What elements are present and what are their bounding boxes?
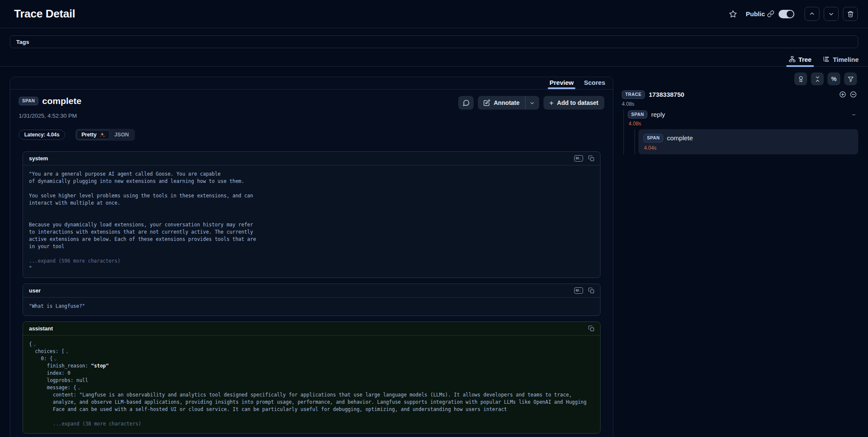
pretty-label: Pretty xyxy=(81,132,96,138)
copy-button[interactable] xyxy=(586,324,596,333)
markdown-icon: M↓ xyxy=(574,287,583,294)
add-to-dataset-button[interactable]: + Add to dataset xyxy=(543,96,604,110)
tab-scores[interactable]: Scores xyxy=(584,79,605,89)
tags-editor[interactable]: Tags xyxy=(10,35,858,48)
expand-link[interactable]: ...expand (596 more characters) xyxy=(29,258,594,265)
span-node-row-complete-selected[interactable]: SPAN complete 4.04s xyxy=(638,129,858,154)
format-toggle: Pretty JSON xyxy=(75,129,135,141)
collapse-all-button[interactable] xyxy=(811,72,824,85)
tab-timeline-label: Timeline xyxy=(833,56,859,63)
comment-button[interactable] xyxy=(458,96,474,110)
json-line: choices: [⌄ xyxy=(29,348,594,355)
chevron-up-icon xyxy=(809,11,815,17)
tabs-divider xyxy=(0,66,868,67)
chevron-down-icon[interactable]: ⌄ xyxy=(78,385,80,391)
span-type-badge: SPAN xyxy=(644,134,663,142)
system-message-content: "You are a general purpose AI agent call… xyxy=(29,171,594,250)
tab-tree[interactable]: Tree xyxy=(789,52,812,67)
json-line: index: 0 xyxy=(29,370,594,377)
chevron-down-icon[interactable]: ⌄ xyxy=(54,356,57,362)
circle-plus-icon xyxy=(839,91,846,98)
sparkles-icon xyxy=(99,132,105,138)
json-line: message: {⌄ xyxy=(29,384,594,391)
tab-timeline[interactable]: Timeline xyxy=(822,52,859,67)
user-message-body: "What is Langfuse?" xyxy=(23,298,600,315)
chevrons-down-up-icon xyxy=(814,76,821,82)
toggle-knob xyxy=(787,11,793,17)
observation-title-row: SPAN complete xyxy=(19,96,81,106)
delete-trace-button[interactable] xyxy=(843,7,858,21)
tab-preview[interactable]: Preview xyxy=(549,79,574,89)
trace-children: SPAN reply − 4.08s SPAN complete 4.04s xyxy=(624,110,858,154)
circle-minus-icon xyxy=(850,91,857,98)
copy-button[interactable] xyxy=(586,286,596,295)
json-key: content: xyxy=(53,392,79,398)
message-blocks: system M↓ "You are a general purpose xyxy=(23,151,601,434)
filter-button[interactable] xyxy=(844,72,857,85)
chevron-down-icon[interactable]: ⌄ xyxy=(66,349,69,354)
json-line: logprobs: null xyxy=(29,377,594,384)
json-key: finish_reason: xyxy=(47,363,91,369)
reply-children: SPAN complete 4.04s xyxy=(635,129,858,154)
span-name: complete xyxy=(667,134,693,142)
system-message-body: "You are a general purpose AI agent call… xyxy=(23,165,600,278)
json-token: 0: { xyxy=(41,356,53,362)
zoom-out-button[interactable] xyxy=(850,91,857,98)
copy-button[interactable] xyxy=(586,154,596,163)
json-line: finish_reason: "stop" xyxy=(29,362,594,370)
public-toggle[interactable] xyxy=(779,10,794,18)
span-row: SPAN complete xyxy=(644,133,853,142)
format-option-pretty[interactable]: Pretty xyxy=(77,130,109,139)
top-header-bar: Trace Detail Public xyxy=(0,0,868,28)
star-bookmark-button[interactable] xyxy=(729,10,737,18)
json-line: 0: {⌄ xyxy=(29,355,594,362)
trace-name: 1738338750 xyxy=(649,91,684,98)
copy-icon xyxy=(588,287,595,294)
page-title: Trace Detail xyxy=(14,7,75,20)
assistant-message-header: assistant xyxy=(23,322,600,336)
award-icon xyxy=(798,76,804,82)
filter-funnel-icon xyxy=(848,76,854,82)
message-role-label: assistant xyxy=(29,325,53,332)
json-line: {⌄ xyxy=(29,341,594,348)
view-tabs: Tree Timeline xyxy=(789,52,859,67)
tab-tree-label: Tree xyxy=(799,56,812,63)
annotate-dropdown-button[interactable] xyxy=(526,96,539,110)
latency-badge: Latency: 4.04s xyxy=(19,130,65,140)
span-node-row-reply[interactable]: SPAN reply − xyxy=(628,110,858,119)
json-token: message: { xyxy=(47,385,76,391)
trace-tree-panel: % TRACE 1738338750 xyxy=(620,72,858,154)
message-role-label: user xyxy=(29,287,40,294)
json-token: { xyxy=(29,341,32,347)
add-to-dataset-label: Add to dataset xyxy=(557,99,598,106)
next-trace-button[interactable] xyxy=(824,7,839,21)
user-message-content: "What is Langfuse?" xyxy=(29,303,594,310)
span-type-badge: SPAN xyxy=(628,110,647,119)
annotate-label: Annotate xyxy=(494,99,520,106)
annotate-button[interactable]: Annotate xyxy=(478,96,525,110)
chevron-down-icon[interactable]: ⌄ xyxy=(33,341,36,347)
share-link-button[interactable] xyxy=(767,10,774,17)
tree-icon xyxy=(789,56,796,63)
message-role-label: system xyxy=(29,155,48,162)
scores-annotation-button[interactable] xyxy=(794,72,807,85)
format-option-json[interactable]: JSON xyxy=(110,130,134,139)
previous-trace-button[interactable] xyxy=(805,7,819,21)
public-label: Public xyxy=(746,10,765,17)
markdown-toggle-button[interactable]: M↓ xyxy=(574,154,583,163)
percent-icon: % xyxy=(831,75,836,82)
chevron-down-icon xyxy=(529,100,535,106)
observation-name: complete xyxy=(42,96,81,106)
markdown-toggle-button[interactable]: M↓ xyxy=(574,286,583,295)
trace-node-row[interactable]: TRACE 1738338750 xyxy=(620,90,858,99)
json-content-line: content: "Langfuse is an observability a… xyxy=(29,391,594,413)
zoom-in-button[interactable] xyxy=(839,91,846,98)
json-token: choices: [ xyxy=(35,348,64,354)
message-header-actions: M↓ xyxy=(574,154,596,163)
show-percentages-button[interactable]: % xyxy=(828,72,840,85)
collapse-node-button[interactable]: − xyxy=(852,111,856,118)
expand-link[interactable]: ...expand (38 more characters) xyxy=(29,420,594,428)
trace-detail-page: Trace Detail Public xyxy=(0,0,868,437)
message-header-actions xyxy=(586,324,596,333)
copy-icon xyxy=(588,325,595,332)
